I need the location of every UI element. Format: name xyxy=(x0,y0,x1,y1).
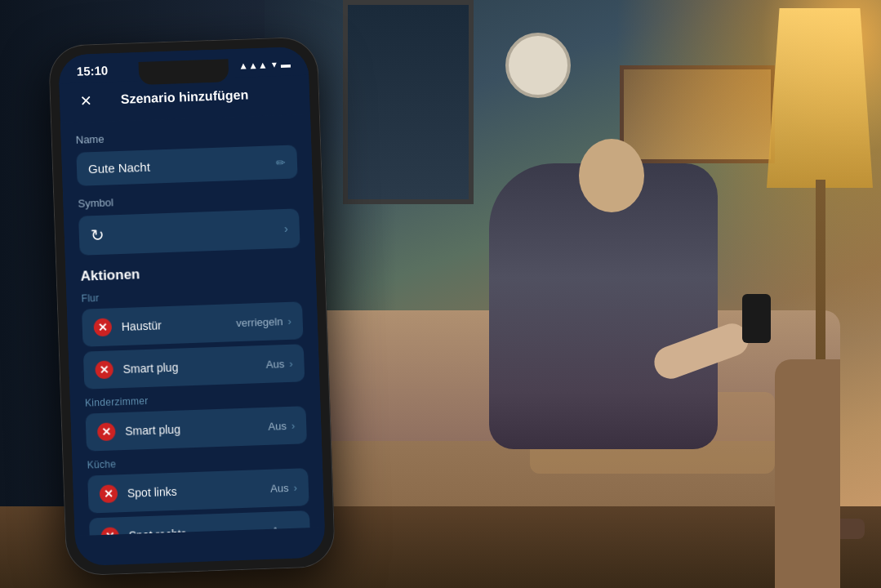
symbol-field[interactable]: ↻ › xyxy=(78,208,300,255)
action-name-smartplug-kinder: Smart plug xyxy=(125,423,180,438)
sofa-armrest-right xyxy=(775,359,840,588)
group-label-kuche: Küche xyxy=(87,452,307,470)
remove-button-spot-links[interactable]: ✕ xyxy=(100,484,118,503)
person-phone xyxy=(742,294,771,343)
wifi-icon: ▾ xyxy=(271,59,276,70)
action-chevron-smartplug-flur: › xyxy=(289,357,293,369)
close-button[interactable]: ✕ xyxy=(74,89,98,113)
remove-button-spot-rechts[interactable]: ✕ xyxy=(100,527,119,536)
person-head xyxy=(579,139,644,212)
symbol-chevron-icon: › xyxy=(284,222,288,235)
remove-button-haustur[interactable]: ✕ xyxy=(93,318,112,336)
symbol-label: Symbol xyxy=(78,189,298,209)
app-content[interactable]: Name Gute Nacht ✏ Symbol ↻ › Aktionen Fl… xyxy=(60,114,324,536)
action-left-smartplug-flur: ✕ Smart plug xyxy=(95,359,178,380)
edit-icon[interactable]: ✏ xyxy=(276,155,287,168)
action-name-haustur: Haustür xyxy=(122,318,162,333)
action-value-spot-links: Aus xyxy=(270,482,289,495)
action-left-smartplug-kinder: ✕ Smart plug xyxy=(97,421,180,442)
action-value-smartplug-kinder: Aus xyxy=(268,420,287,433)
action-item-haustur[interactable]: ✕ Haustür verriegeln › xyxy=(82,301,303,346)
action-item-smartplug-flur[interactable]: ✕ Smart plug Aus › xyxy=(83,344,305,389)
wall-clock xyxy=(505,33,571,98)
status-icons: ▲▲▲ ▾ ▬ xyxy=(238,58,291,71)
status-time: 15:10 xyxy=(77,63,109,78)
action-value-haustur: verriegeln xyxy=(236,315,283,329)
group-label-flur: Flur xyxy=(81,285,301,304)
name-label: Name xyxy=(76,126,296,145)
action-right-smartplug-flur: Aus › xyxy=(266,357,293,370)
action-item-smartplug-kinderzimmer[interactable]: ✕ Smart plug Aus › xyxy=(86,406,307,451)
phone-shell: 15:10 ▲▲▲ ▾ ▬ ✕ Szenario hinzufügen Name… xyxy=(48,36,336,576)
action-value-spot-rechts: Aus xyxy=(272,523,291,536)
action-value-smartplug-flur: Aus xyxy=(266,358,285,371)
action-chevron-spot-links: › xyxy=(293,481,297,493)
window xyxy=(343,0,474,204)
lamp-shade xyxy=(767,8,873,188)
header-title: Szenario hinzufügen xyxy=(97,87,272,107)
name-input-value: Gute Nacht xyxy=(88,160,150,176)
action-chevron-haustur: › xyxy=(287,314,291,327)
action-left-spot-links: ✕ Spot links xyxy=(100,483,177,503)
action-name-smartplug-flur: Smart plug xyxy=(122,361,178,376)
action-right-haustur: verriegeln › xyxy=(236,314,291,328)
action-chevron-spot-rechts: › xyxy=(295,523,299,536)
symbol-icon: ↻ xyxy=(90,225,105,246)
signal-icon: ▲▲▲ xyxy=(238,59,268,71)
actions-title: Aktionen xyxy=(80,261,301,284)
action-right-spot-links: Aus › xyxy=(270,481,297,494)
action-item-spot-links[interactable]: ✕ Spot links Aus › xyxy=(87,468,309,513)
action-right-spot-rechts: Aus › xyxy=(272,523,299,536)
notch xyxy=(139,59,229,85)
remove-button-smartplug-kinder[interactable]: ✕ xyxy=(97,422,116,441)
action-item-spot-rechts[interactable]: ✕ Spot rechts Aus › xyxy=(89,510,310,536)
action-name-spot-links: Spot links xyxy=(127,485,177,500)
phone: 15:10 ▲▲▲ ▾ ▬ ✕ Szenario hinzufügen Name… xyxy=(48,36,336,576)
action-chevron-smartplug-kinder: › xyxy=(291,419,296,431)
action-name-spot-rechts: Spot rechts xyxy=(128,527,186,536)
battery-icon: ▬ xyxy=(280,58,290,69)
remove-button-smartplug-flur[interactable]: ✕ xyxy=(95,360,113,379)
phone-screen: 15:10 ▲▲▲ ▾ ▬ ✕ Szenario hinzufügen Name… xyxy=(58,47,326,566)
action-right-smartplug-kinder: Aus › xyxy=(268,419,295,432)
name-input-field[interactable]: Gute Nacht ✏ xyxy=(76,145,297,185)
action-left-spot-rechts: ✕ Spot rechts xyxy=(100,524,187,536)
group-label-kinderzimmer: Kinderzimmer xyxy=(85,390,305,408)
action-left-haustur: ✕ Haustür xyxy=(93,316,162,336)
